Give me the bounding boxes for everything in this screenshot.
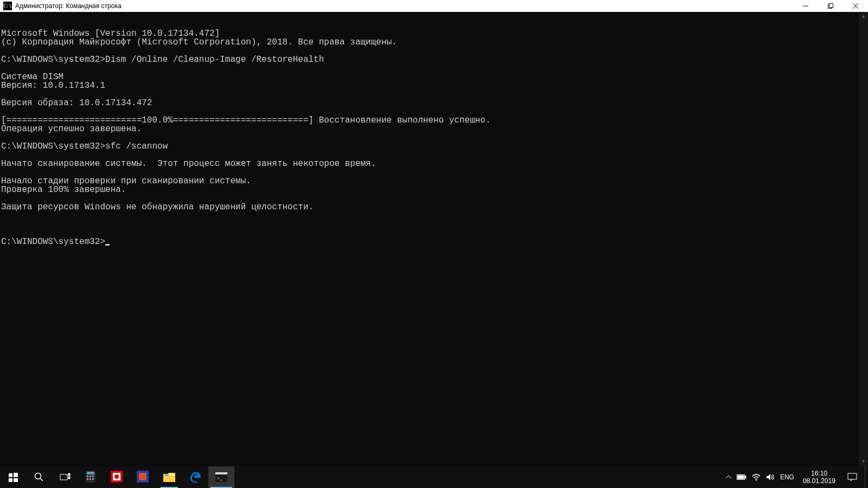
window-title: Администратор: Командная строка xyxy=(15,2,122,10)
tray-language[interactable]: ENG xyxy=(780,466,794,488)
minimize-icon xyxy=(803,3,808,9)
console-line xyxy=(1,151,867,159)
taskbar-app-2[interactable] xyxy=(130,466,156,488)
search-icon xyxy=(34,472,44,482)
console-line xyxy=(1,194,867,203)
svg-rect-6 xyxy=(9,473,12,477)
console-line xyxy=(1,168,867,177)
svg-rect-36 xyxy=(738,476,744,479)
edge-icon xyxy=(189,471,201,483)
tray-wifi[interactable] xyxy=(752,466,761,488)
prompt: C:\WINDOWS\system32> xyxy=(1,237,105,247)
console-line xyxy=(1,64,867,73)
console-line: C:\WINDOWS\system32>sfc /scannow xyxy=(1,142,867,151)
svg-rect-18 xyxy=(90,476,91,477)
taskbar-app-1[interactable] xyxy=(104,466,130,488)
svg-rect-32 xyxy=(215,472,227,474)
taskbar-app-calculator[interactable] xyxy=(78,466,104,488)
task-view-button[interactable] xyxy=(52,466,78,488)
svg-rect-21 xyxy=(90,478,91,480)
clock-time: 16:10 xyxy=(811,470,827,477)
svg-text:>_: >_ xyxy=(217,476,222,481)
taskbar: >_ ENG 16:1 xyxy=(0,466,868,488)
console-line: Начато сканирование системы. Этот процес… xyxy=(1,159,867,168)
svg-rect-7 xyxy=(14,473,18,477)
console-line: Версия: 10.0.17134.1 xyxy=(1,81,867,90)
console-line: Операция успешно завершена. xyxy=(1,125,867,133)
battery-icon xyxy=(737,474,746,480)
scroll-down-icon[interactable]: ▼ xyxy=(859,457,868,466)
svg-rect-38 xyxy=(848,473,857,479)
clock-date: 08.01.2019 xyxy=(803,477,835,485)
console-line: [==========================100.0%=======… xyxy=(1,116,867,125)
chevron-up-icon xyxy=(726,474,731,480)
notification-icon xyxy=(847,473,857,481)
search-button[interactable] xyxy=(26,466,52,488)
console-line: Версия образа: 10.0.17134.472 xyxy=(1,99,867,107)
app-icon xyxy=(137,471,150,484)
minimize-button[interactable] xyxy=(793,0,818,12)
maximize-icon xyxy=(828,3,833,9)
tray-overflow-button[interactable] xyxy=(726,466,731,488)
console-output[interactable]: Microsoft Windows [Version 10.0.17134.47… xyxy=(0,12,868,466)
console-line xyxy=(1,107,867,116)
console-line: Microsoft Windows [Version 10.0.17134.47… xyxy=(1,29,867,38)
svg-rect-17 xyxy=(87,476,88,477)
app-icon xyxy=(111,471,124,484)
windows-logo-icon xyxy=(9,473,18,482)
svg-rect-14 xyxy=(68,477,70,479)
titlebar[interactable]: C:\ Администратор: Командная строка xyxy=(0,0,868,12)
console-line xyxy=(1,90,867,99)
svg-rect-30 xyxy=(164,474,169,476)
close-button[interactable] xyxy=(843,0,868,12)
svg-rect-8 xyxy=(9,478,12,482)
volume-icon xyxy=(766,473,775,481)
svg-point-37 xyxy=(756,480,757,481)
console-line: Проверка 100% завершена. xyxy=(1,185,867,194)
svg-rect-9 xyxy=(14,478,18,482)
svg-line-11 xyxy=(40,478,43,481)
svg-rect-13 xyxy=(68,473,70,476)
maximize-button[interactable] xyxy=(818,0,843,12)
svg-rect-12 xyxy=(60,474,67,480)
system-tray: ENG xyxy=(722,466,799,488)
console-line: Защита ресурсов Windows не обнаружила на… xyxy=(1,203,867,211)
show-desktop-button[interactable] xyxy=(865,466,868,488)
file-explorer-icon xyxy=(163,472,175,482)
text-cursor xyxy=(105,244,110,246)
cmd-icon: >_ xyxy=(215,472,227,482)
taskbar-app-cmd[interactable]: >_ xyxy=(208,466,234,488)
vertical-scrollbar[interactable]: ▲ ▼ xyxy=(859,12,868,466)
tray-battery[interactable] xyxy=(737,466,746,488)
task-view-icon xyxy=(60,473,71,481)
close-icon xyxy=(853,3,858,9)
wifi-icon xyxy=(752,473,761,481)
svg-rect-35 xyxy=(745,476,746,478)
svg-rect-27 xyxy=(139,473,146,480)
taskbar-app-file-explorer[interactable] xyxy=(156,466,182,488)
console-line xyxy=(1,47,867,55)
taskbar-app-edge[interactable] xyxy=(182,466,208,488)
svg-point-25 xyxy=(114,474,119,479)
taskbar-clock[interactable]: 16:10 08.01.2019 xyxy=(799,466,840,488)
svg-rect-16 xyxy=(87,472,94,474)
svg-rect-20 xyxy=(87,478,88,480)
console-line: Начало стадии проверки при сканировании … xyxy=(1,177,867,185)
tray-volume[interactable] xyxy=(766,466,775,488)
console-line: C:\WINDOWS\system32>Dism /Online /Cleanu… xyxy=(1,55,867,64)
console-line xyxy=(1,211,867,220)
svg-rect-2 xyxy=(829,4,833,8)
console-line: Cистема DISM xyxy=(1,73,867,81)
svg-rect-22 xyxy=(92,478,94,480)
scroll-up-icon[interactable]: ▲ xyxy=(859,12,868,21)
svg-rect-19 xyxy=(92,476,94,477)
start-button[interactable] xyxy=(0,466,26,488)
console-line: (c) Корпорация Майкрософт (Microsoft Cor… xyxy=(1,38,867,47)
console-line xyxy=(1,133,867,142)
action-center-button[interactable] xyxy=(840,466,865,488)
cmd-icon: C:\ xyxy=(3,2,12,10)
calculator-icon xyxy=(85,471,98,484)
svg-rect-29 xyxy=(163,476,175,482)
svg-point-10 xyxy=(35,473,41,479)
